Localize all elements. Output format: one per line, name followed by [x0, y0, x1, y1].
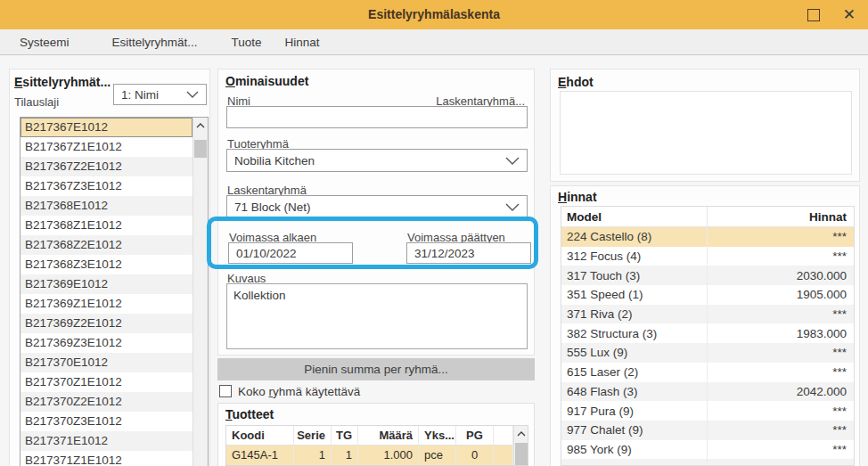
price-row[interactable]: 224 Castello (8) ***	[561, 227, 854, 247]
col-tg: TG	[332, 426, 358, 446]
order-type-label: Tilauslaji	[14, 95, 59, 109]
properties-panel: Ominaisuudet Nimi Laskentaryhmä... Tuote…	[217, 69, 535, 356]
conditions-box[interactable]	[560, 91, 852, 175]
group-list-item[interactable]: B217368E1012	[20, 196, 192, 216]
prices-rows: 224 Castello (8) *** 312 Focus (4) *** 3…	[561, 227, 854, 466]
price-row[interactable]: 351 Speed (1) 1905.000	[561, 285, 854, 305]
menu-item[interactable]: Systeemi	[9, 29, 80, 55]
products-panel: Tuotteet Koodi Serie TG Määrä Yks... PG …	[217, 403, 535, 466]
col-yks: Yks...	[419, 426, 456, 446]
price-row[interactable]: 985 York (9) ***	[561, 440, 854, 460]
prices-panel: Hinnat Model Hinnat 224 Castello (8) ***…	[550, 185, 860, 466]
prices-table: Model Hinnat 224 Castello (8) *** 312 Fo…	[561, 206, 855, 466]
price-row[interactable]: 977 Chalet (9) ***	[561, 421, 854, 440]
menu-item[interactable]: Hinnat	[274, 29, 331, 55]
group-list-item[interactable]: B217370E1012	[20, 353, 192, 372]
product-group-value: Nobilia Kitchen	[234, 154, 315, 168]
group-list-item[interactable]: B217371E1012	[20, 431, 192, 451]
properties-title: Ominaisuudet	[225, 74, 308, 88]
groups-panel-title: Esittelyryhmät...	[14, 75, 111, 89]
product-row[interactable]: G145A-1 1 1 1.000 pce 0	[226, 446, 513, 465]
group-list-item[interactable]: B217369Z2E1012	[20, 314, 192, 333]
order-type-select[interactable]: 1: Nimi	[113, 84, 207, 105]
price-row[interactable]: 648 Flash (3) 2042.000	[561, 382, 854, 402]
group-list-item[interactable]: B217370Z2E1012	[20, 392, 192, 412]
group-list-item[interactable]: B217368Z3E1012	[20, 255, 192, 274]
calc-group-select[interactable]: 71 Block (Net)	[226, 195, 528, 218]
group-list: B217367E1012B217367Z1E1012B217367Z2E1012…	[20, 118, 192, 466]
maximize-icon[interactable]	[807, 9, 820, 21]
price-row[interactable]: 371 Riva (2) ***	[561, 305, 854, 324]
group-list-item[interactable]: B217367Z3E1012	[20, 176, 192, 196]
product-group-select[interactable]: Nobilia Kitchen	[226, 149, 528, 172]
col-pg: PG	[456, 426, 494, 446]
price-row[interactable]: 317 Touch (3) 2030.000	[561, 266, 854, 285]
calc-group-value: 71 Block (Net)	[234, 200, 311, 214]
price-row[interactable]: 382 Structura (3) 1983.000	[561, 323, 854, 343]
chevron-down-icon	[186, 91, 199, 98]
order-type-value: 1: Nimi	[121, 88, 159, 102]
group-list-item[interactable]: B217369E1012	[20, 274, 192, 294]
group-list-item[interactable]: B217367Z2E1012	[20, 157, 192, 176]
col-maara: Määrä	[358, 426, 419, 446]
price-row[interactable]: 312 Focus (4) ***	[561, 247, 854, 266]
price-row[interactable]: 406 Fashion (4) ***	[561, 459, 854, 466]
group-listbox: B217367E1012B217367Z1E1012B217367Z2E1012…	[20, 117, 209, 466]
scroll-up-icon[interactable]	[193, 118, 208, 133]
menu-item[interactable]: Tuote	[221, 29, 273, 55]
menu-bar: SysteemiEsittelyryhmät...TuoteHinnat	[0, 29, 868, 55]
groups-panel: Esittelyryhmät... Tilauslaji 1: Nimi B21…	[9, 69, 210, 466]
group-list-item[interactable]: B217367E1012	[20, 118, 192, 137]
whole-group-checkbox-row: Koko ryhmä käytettävä	[219, 383, 360, 399]
menu-item[interactable]: Esittelyryhmät...	[102, 29, 209, 55]
group-list-scrollbar[interactable]	[192, 118, 208, 466]
col-hinnat: Hinnat	[708, 210, 854, 224]
price-row[interactable]: 555 Lux (9) ***	[561, 343, 854, 363]
title-bar: Esittelyryhmälaskenta ✕	[0, 0, 868, 29]
group-list-item[interactable]: B217368Z2E1012	[20, 235, 192, 255]
group-list-item[interactable]: B217369Z1E1012	[20, 294, 192, 314]
products-title: Tuotteet	[225, 407, 274, 421]
window-controls: ✕	[807, 0, 856, 29]
price-row[interactable]: 615 Laser (2) ***	[561, 363, 854, 382]
prices-title: Hinnat	[558, 190, 597, 204]
products-header-row: Koodi Serie TG Määrä Yks... PG	[226, 426, 513, 446]
col-koodi: Koodi	[226, 426, 294, 446]
group-list-item[interactable]: B217370Z1E1012	[20, 372, 192, 392]
scrollbar-thumb[interactable]	[194, 140, 207, 158]
chevron-down-icon	[505, 203, 520, 211]
whole-group-checkbox[interactable]	[219, 385, 232, 397]
col-filler	[494, 426, 513, 446]
valid-from-input[interactable]	[228, 242, 353, 264]
group-list-item[interactable]: B217368Z1E1012	[20, 216, 192, 235]
products-scrollbar[interactable]	[513, 426, 528, 465]
products-table: Koodi Serie TG Määrä Yks... PG G145A-1 1…	[225, 425, 528, 466]
group-list-item[interactable]: B217370Z3E1012	[20, 412, 192, 431]
name-input[interactable]	[226, 106, 528, 128]
col-model: Model	[561, 207, 708, 227]
prices-header-row: Model Hinnat	[561, 207, 854, 227]
group-list-item[interactable]: B217367Z1E1012	[20, 137, 192, 157]
group-list-item[interactable]: B217371Z1E1012	[20, 451, 192, 466]
col-serie: Serie	[294, 426, 332, 446]
close-icon[interactable]: ✕	[843, 9, 856, 21]
description-textarea[interactable]: Kollektion	[226, 283, 528, 349]
price-row[interactable]: 917 Pura (9) ***	[561, 401, 854, 421]
whole-group-checkbox-label: Koko ryhmä käytettävä	[238, 385, 360, 398]
chevron-down-icon	[505, 157, 520, 165]
scroll-up-icon[interactable]	[514, 426, 528, 441]
window-title: Esittelyryhmälaskenta	[0, 0, 868, 29]
conditions-title: Ehdot	[558, 75, 594, 89]
scrollbar-thumb[interactable]	[515, 443, 528, 466]
group-list-item[interactable]: B217369Z3E1012	[20, 333, 192, 353]
conditions-panel: Ehdot	[550, 69, 860, 182]
valid-to-input[interactable]	[406, 242, 531, 264]
min-sum-button[interactable]: Pienin summa per ryhmä...	[217, 358, 535, 380]
